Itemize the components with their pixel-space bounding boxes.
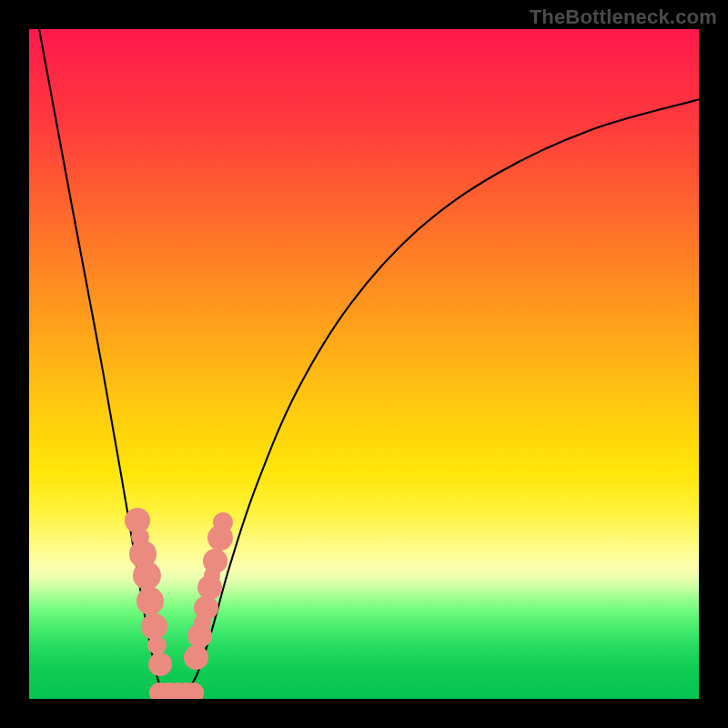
watermark-text: TheBottleneck.com xyxy=(530,5,717,29)
bottleneck-curve xyxy=(29,29,699,699)
chart-plot xyxy=(29,29,699,699)
marker-left xyxy=(136,587,164,614)
marker-bottom xyxy=(184,682,205,699)
marker-left xyxy=(148,652,172,676)
marker-left xyxy=(133,561,161,590)
marker-right xyxy=(203,549,227,572)
marker-right xyxy=(184,645,207,669)
